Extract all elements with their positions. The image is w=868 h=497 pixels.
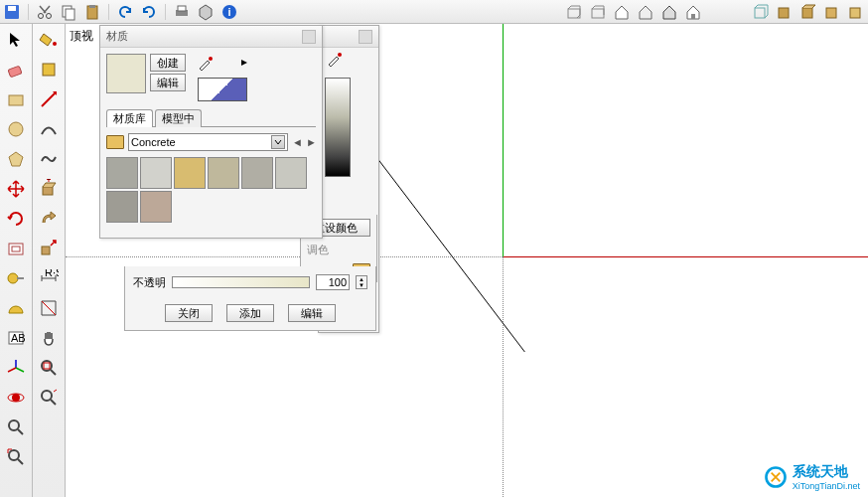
close-button[interactable]: 关闭 — [165, 304, 213, 322]
house-2-icon[interactable] — [636, 2, 655, 22]
svg-rect-13 — [592, 9, 604, 18]
rotate-icon[interactable] — [4, 207, 28, 231]
move-icon[interactable] — [4, 177, 28, 201]
cut-icon[interactable] — [35, 2, 55, 22]
material-swatch[interactable] — [275, 157, 307, 189]
nav-forward-icon[interactable]: ► — [306, 135, 316, 149]
library-dropdown[interactable]: Concrete — [128, 133, 288, 151]
circle-icon[interactable] — [4, 117, 28, 141]
previous-view-icon[interactable] — [37, 386, 61, 410]
svg-point-2 — [39, 13, 44, 18]
pushpull-icon[interactable] — [37, 177, 61, 201]
dimension-icon[interactable]: R·S — [37, 266, 61, 290]
paste-icon[interactable] — [82, 2, 102, 22]
add-button[interactable]: 添加 — [226, 304, 274, 322]
house-4-icon[interactable] — [683, 2, 703, 22]
copy-icon[interactable] — [59, 2, 78, 22]
svg-point-31 — [9, 450, 19, 460]
opacity-field[interactable] — [316, 274, 350, 290]
followme-icon[interactable] — [37, 207, 61, 231]
save-icon[interactable] — [2, 2, 22, 22]
polygon-icon[interactable] — [4, 147, 28, 171]
section-icon[interactable] — [37, 296, 61, 320]
folder-icon[interactable] — [106, 135, 124, 149]
material-preview[interactable] — [106, 54, 146, 93]
eyedropper-icon[interactable] — [325, 50, 349, 70]
axes-icon[interactable] — [4, 356, 28, 380]
cube-2-icon[interactable] — [798, 2, 818, 22]
box-1-icon[interactable] — [564, 2, 584, 22]
materials-panel: 材质 创建 编辑 材质库 模型中 Concrete — [99, 25, 323, 239]
print-icon[interactable] — [172, 2, 192, 22]
svg-rect-7 — [89, 5, 95, 8]
drawn-edge — [373, 153, 572, 352]
pan-icon[interactable] — [37, 326, 61, 350]
material-swatch[interactable] — [174, 157, 206, 189]
svg-point-39 — [42, 391, 52, 401]
nav-back-icon[interactable]: ◄ — [292, 135, 302, 149]
eyedropper-icon[interactable] — [196, 54, 219, 74]
svg-point-42 — [209, 57, 213, 61]
svg-point-41 — [338, 53, 342, 57]
paint-bucket-icon[interactable] — [37, 28, 61, 52]
rectangle-icon[interactable] — [4, 87, 28, 111]
top-toolbar: i — [0, 0, 868, 24]
svg-rect-5 — [66, 9, 74, 20]
tape-icon[interactable] — [4, 266, 28, 290]
svg-text:i: i — [227, 6, 230, 18]
eraser-icon[interactable] — [4, 58, 28, 82]
edit-button-2[interactable]: 编辑 — [288, 304, 336, 322]
opacity-spinner[interactable]: ▲▼ — [356, 275, 367, 289]
component-icon[interactable] — [37, 58, 61, 82]
tab-library[interactable]: 材质库 — [106, 109, 153, 127]
tab-in-model[interactable]: 模型中 — [155, 109, 202, 127]
offset-icon[interactable] — [4, 237, 28, 260]
select-icon[interactable] — [4, 28, 28, 52]
svg-rect-35 — [42, 247, 50, 254]
edit-button[interactable]: 编辑 — [150, 74, 186, 91]
house-1-icon[interactable] — [612, 2, 632, 22]
cube-3-icon[interactable] — [822, 2, 842, 22]
svg-rect-38 — [44, 363, 50, 369]
material-swatch[interactable] — [106, 191, 138, 223]
zoom-extents-icon[interactable] — [4, 445, 28, 469]
close-icon[interactable] — [359, 30, 372, 44]
material-swatch[interactable] — [140, 191, 172, 223]
zoom-window-icon[interactable] — [37, 356, 61, 380]
undo-icon[interactable] — [115, 2, 135, 22]
svg-rect-17 — [802, 8, 812, 18]
protractor-icon[interactable] — [4, 296, 28, 320]
info-icon[interactable]: i — [219, 2, 239, 22]
zoom-icon[interactable] — [4, 415, 28, 439]
svg-point-22 — [9, 122, 23, 136]
model-icon[interactable] — [196, 2, 216, 22]
close-icon[interactable] — [302, 30, 316, 44]
orbit-icon[interactable] — [4, 386, 28, 410]
menu-arrow-icon[interactable] — [239, 58, 249, 70]
line-icon[interactable] — [37, 87, 61, 111]
scale-icon[interactable] — [37, 237, 61, 260]
opacity-label: 不透明 — [133, 275, 166, 290]
material-swatch[interactable] — [241, 157, 273, 189]
value-gradient[interactable] — [325, 78, 351, 177]
svg-point-3 — [47, 13, 52, 18]
chevron-down-icon[interactable] — [271, 135, 285, 149]
redo-icon[interactable] — [139, 2, 159, 22]
svg-rect-21 — [9, 95, 23, 105]
arc-icon[interactable] — [37, 117, 61, 141]
freehand-icon[interactable] — [37, 147, 61, 171]
create-button[interactable]: 创建 — [150, 54, 186, 72]
text-icon[interactable]: ABC — [4, 326, 28, 350]
material-swatch[interactable] — [140, 157, 172, 189]
opacity-slider[interactable] — [172, 276, 310, 288]
svg-rect-23 — [9, 244, 23, 254]
material-swatch[interactable] — [106, 157, 138, 189]
material-swatch[interactable] — [208, 157, 239, 189]
box-2-icon[interactable] — [588, 2, 608, 22]
house-3-icon[interactable] — [659, 2, 679, 22]
cube-solid-icon[interactable] — [775, 2, 795, 22]
svg-rect-9 — [178, 6, 186, 11]
cube-wire-icon[interactable] — [751, 2, 771, 22]
svg-point-28 — [12, 394, 20, 402]
cube-4-icon[interactable] — [846, 2, 866, 22]
